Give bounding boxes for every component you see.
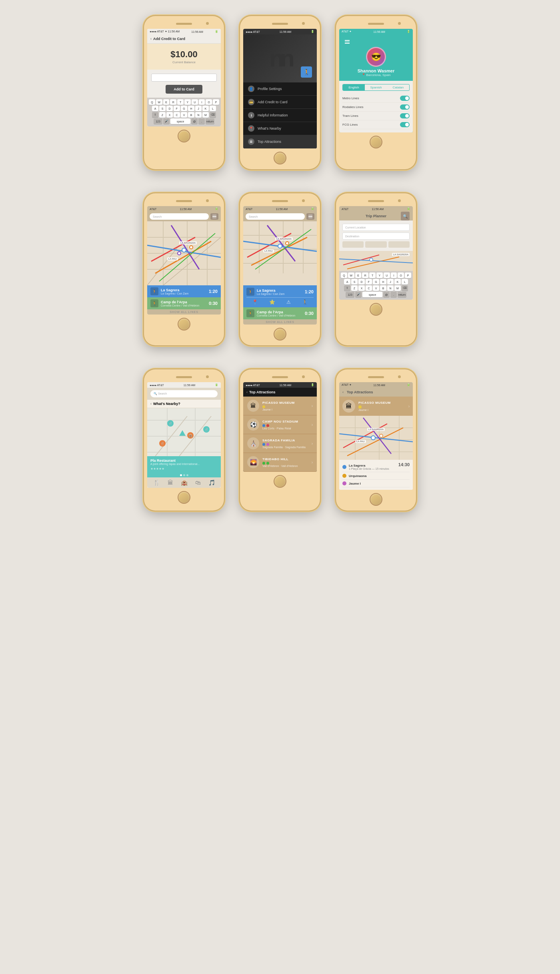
key-at[interactable]: @	[191, 118, 198, 124]
rodalies-toggle[interactable]	[400, 104, 410, 110]
trip-option-2[interactable]	[365, 241, 386, 248]
hamburger-menu-icon[interactable]	[345, 40, 350, 44]
trip-key-at[interactable]: @	[383, 292, 390, 297]
key-c[interactable]: C	[174, 112, 180, 118]
trip-key-shift[interactable]: ⇧	[344, 285, 350, 291]
trip-key-r[interactable]: R	[362, 273, 368, 278]
key-n[interactable]: N	[195, 112, 202, 118]
nearby-place-card[interactable]: Pla Restaurant A joint offering tapas an…	[147, 456, 221, 473]
attraction-detail-back-icon[interactable]: ‹	[342, 390, 344, 394]
key-q[interactable]: Q	[149, 99, 155, 105]
key-l[interactable]: L	[210, 106, 216, 111]
credit-amount-input[interactable]	[151, 74, 217, 82]
trip-key-delete[interactable]: ⌫	[402, 285, 408, 291]
trip-key-n[interactable]: N	[387, 285, 394, 291]
route-card-sagrera[interactable]: 🚶 La Sagrera La Sagrera / Can Zam 1:20	[147, 285, 221, 297]
route-card-arpa[interactable]: 🚶 Camp de l'Arpa Cornellà Centre / Vall …	[147, 297, 221, 309]
trip-key-b[interactable]: B	[380, 285, 386, 291]
home-button-3[interactable]	[370, 136, 382, 148]
trip-key-s[interactable]: S	[351, 279, 358, 285]
key-k[interactable]: K	[202, 106, 209, 111]
key-i[interactable]: I	[199, 99, 205, 105]
trip-key-f[interactable]: F	[366, 279, 372, 285]
map-menu-button-2[interactable]	[306, 213, 314, 220]
key-z[interactable]: Z	[159, 112, 166, 118]
alert-action-icon[interactable]: ⚠	[286, 299, 291, 305]
attractions-back-icon[interactable]: ‹	[246, 390, 248, 394]
trip-key-dot[interactable]: .	[390, 292, 397, 297]
trip-key-w[interactable]: W	[348, 273, 354, 278]
tab-english[interactable]: English	[343, 84, 365, 90]
tab-attractions-icon[interactable]: 🏛	[168, 479, 173, 486]
current-location-input[interactable]: Current Location	[342, 224, 410, 231]
trip-key-y[interactable]: Y	[376, 273, 383, 278]
key-d[interactable]: D	[166, 106, 173, 111]
map-search-input-2[interactable]: Search	[246, 213, 305, 220]
route-card-arpa-2[interactable]: 🚶 Camp de l'Arpa Cornellà Centre / Vall …	[243, 307, 317, 319]
home-button-5[interactable]	[274, 328, 286, 341]
attraction-picasso[interactable]: 🏛 PICASSO MUSEUM Jaume I ›	[243, 397, 317, 415]
trip-option-3[interactable]	[388, 241, 410, 248]
key-x[interactable]: X	[166, 112, 173, 118]
home-button-1[interactable]	[178, 130, 190, 142]
key-m[interactable]: M	[202, 112, 209, 118]
attraction-tibidabo[interactable]: 🌄 TIBIDABO HILL Vall d'Hebron · Vall d'H…	[243, 453, 317, 472]
key-s[interactable]: S	[159, 106, 166, 111]
key-b[interactable]: B	[188, 112, 194, 118]
tab-spanish[interactable]: Spanish	[365, 84, 387, 90]
tab-hotels-icon[interactable]: 🏨	[181, 479, 188, 486]
key-f[interactable]: F	[174, 106, 180, 111]
key-v[interactable]: V	[181, 112, 187, 118]
key-shift[interactable]: ⇧	[152, 112, 158, 118]
key-return[interactable]: return	[206, 118, 214, 124]
key-dot[interactable]: .	[198, 118, 205, 124]
nearby-search-input[interactable]: 🔍 Search	[150, 390, 218, 397]
trip-key-l[interactable]: L	[402, 279, 408, 285]
fcg-toggle[interactable]	[400, 122, 410, 127]
key-p[interactable]: P	[213, 99, 219, 105]
nearby-back-icon[interactable]: ‹	[150, 402, 152, 406]
menu-item-attractions[interactable]: 🏛 Top Attractions	[243, 135, 317, 148]
key-e[interactable]: E	[163, 99, 170, 105]
trip-key-k[interactable]: K	[394, 279, 401, 285]
trip-key-d[interactable]: D	[358, 279, 365, 285]
trip-key-return[interactable]: return	[398, 292, 406, 297]
trip-key-123[interactable]: 123	[346, 292, 354, 297]
key-a[interactable]: A	[152, 106, 158, 111]
destination-input[interactable]: Destination	[342, 232, 410, 240]
trip-key-g[interactable]: G	[373, 279, 379, 285]
trip-key-c[interactable]: C	[366, 285, 372, 291]
key-u[interactable]: U	[192, 99, 198, 105]
menu-item-credit[interactable]: 💳 Add Credit to Card	[243, 96, 317, 109]
map-search-input-1[interactable]: Search	[150, 213, 209, 220]
back-arrow-icon[interactable]: ‹	[150, 37, 152, 41]
trip-search-button[interactable]: 🔍	[401, 212, 410, 220]
home-button-7[interactable]	[178, 491, 190, 504]
show-all-lines[interactable]: SHOW ALL LINES	[147, 309, 221, 315]
trip-key-mic[interactable]: 🎤	[355, 292, 362, 297]
key-h[interactable]: H	[188, 106, 194, 111]
attraction-camp-nou[interactable]: ⚽ CAMP NOU STADIUM Les Corts · Palau Rei…	[243, 415, 317, 434]
star-action-icon[interactable]: ⭐	[269, 299, 275, 305]
trip-key-t[interactable]: T	[369, 273, 376, 278]
key-delete[interactable]: ⌫	[210, 112, 216, 118]
trip-key-m[interactable]: M	[394, 285, 401, 291]
menu-item-info[interactable]: ℹ Helpful Information	[243, 109, 317, 122]
tab-food-icon[interactable]: 🍴	[153, 479, 160, 486]
tab-shopping-icon[interactable]: 🛍	[195, 479, 201, 486]
home-button-8[interactable]	[274, 475, 286, 488]
add-to-card-button[interactable]: Add to Card	[166, 85, 202, 94]
metro-toggle[interactable]	[400, 96, 410, 101]
key-j[interactable]: J	[195, 106, 202, 111]
menu-item-nearby[interactable]: 📍 What's Nearby	[243, 122, 317, 135]
key-o[interactable]: O	[206, 99, 212, 105]
attraction-sagrada[interactable]: ⛪ SAGRADA FAMILIA Sagrada Familia · Sagr…	[243, 434, 317, 453]
trip-key-o[interactable]: O	[398, 273, 404, 278]
trip-key-p[interactable]: P	[405, 273, 411, 278]
trip-key-q[interactable]: Q	[341, 273, 347, 278]
key-w[interactable]: W	[156, 99, 162, 105]
trip-option-1[interactable]	[342, 241, 364, 248]
trip-key-space[interactable]: space	[362, 292, 382, 297]
trip-key-j[interactable]: J	[387, 279, 394, 285]
home-button-2[interactable]	[274, 152, 286, 164]
